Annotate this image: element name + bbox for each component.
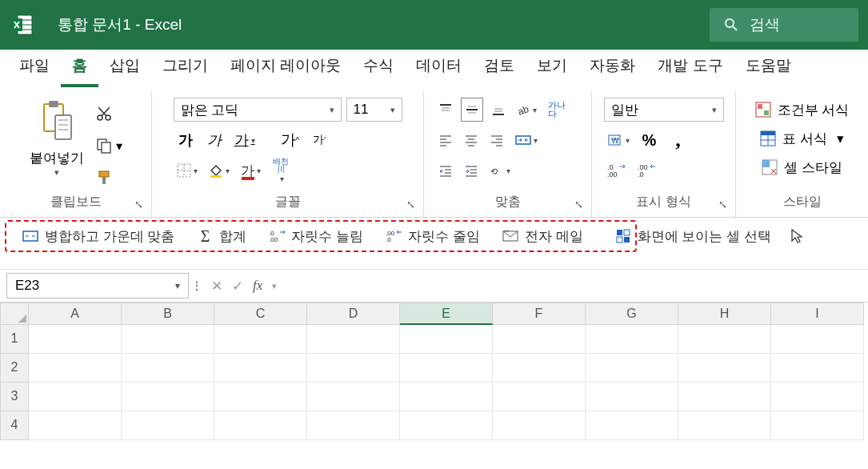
accept-formula-button[interactable]: ✓: [232, 278, 243, 295]
align-bottom-button[interactable]: [488, 98, 509, 122]
cell[interactable]: [771, 383, 864, 411]
row-header-1[interactable]: 1: [0, 325, 29, 354]
cell[interactable]: [400, 325, 493, 354]
cell[interactable]: [586, 354, 678, 383]
cell[interactable]: [771, 325, 864, 354]
decrease-decimal-button[interactable]: .00.0: [634, 158, 660, 182]
italic-button[interactable]: 가: [202, 128, 226, 152]
font-name-combo[interactable]: 맑은 고딕▾: [174, 98, 342, 122]
cell[interactable]: [307, 411, 400, 440]
tab-view[interactable]: 보기: [526, 47, 578, 87]
tab-formulas[interactable]: 수식: [352, 47, 405, 87]
orientation-button[interactable]: ab▾: [513, 98, 540, 122]
align-middle-button[interactable]: [461, 98, 483, 122]
increase-decimal-button[interactable]: .0.00: [604, 158, 630, 182]
paste-dropdown-icon[interactable]: ▾: [54, 167, 59, 178]
fill-color-button[interactable]: ▾: [206, 158, 233, 182]
cell[interactable]: [214, 411, 307, 440]
tab-review[interactable]: 검토: [473, 47, 526, 87]
row-header-3[interactable]: 3: [0, 383, 29, 411]
tab-page-layout[interactable]: 페이지 레이아웃: [219, 47, 352, 87]
copy-button[interactable]: ▾: [95, 135, 122, 156]
col-header-i[interactable]: I: [771, 303, 864, 325]
merge-center-button[interactable]: ▾: [512, 128, 541, 152]
qat-increase-decimal-button[interactable]: .0.00 자릿수 늘림: [258, 222, 374, 251]
increase-indent-button[interactable]: [461, 158, 482, 182]
cell[interactable]: [678, 411, 771, 440]
cell[interactable]: [307, 354, 400, 383]
comma-button[interactable]: ,: [666, 128, 690, 152]
decrease-indent-button[interactable]: [435, 158, 456, 182]
wrap-text-button[interactable]: 가나 다: [545, 98, 580, 122]
qat-select-visible-button[interactable]: 화면에 보이는 셀 선택: [604, 222, 782, 251]
align-center-button[interactable]: [461, 128, 482, 152]
cell[interactable]: [586, 411, 678, 440]
grow-font-button[interactable]: 가^: [278, 128, 303, 152]
cell[interactable]: [400, 354, 493, 383]
cell[interactable]: [771, 354, 864, 383]
cell[interactable]: [307, 325, 400, 354]
select-all-button[interactable]: [0, 303, 29, 325]
cell[interactable]: [678, 383, 771, 411]
search-box[interactable]: 검색: [710, 8, 858, 42]
accounting-format-button[interactable]: ₩ ▾: [604, 128, 633, 152]
col-header-c[interactable]: C: [214, 303, 307, 325]
cell[interactable]: [493, 325, 586, 354]
number-format-combo[interactable]: 일반▾: [604, 98, 724, 122]
tab-help[interactable]: 도움말: [734, 47, 802, 87]
cell-styles-button[interactable]: 셀 스타일: [752, 155, 853, 179]
cell[interactable]: [29, 325, 122, 354]
cell[interactable]: [493, 411, 586, 440]
row-header-2[interactable]: 2: [0, 354, 29, 383]
font-dialog-launcher-icon[interactable]: ⤡: [406, 198, 415, 210]
tab-file[interactable]: 파일: [8, 47, 61, 87]
font-size-combo[interactable]: 11▾: [346, 98, 402, 122]
cell[interactable]: [493, 383, 586, 411]
tab-draw[interactable]: 그리기: [151, 47, 219, 87]
cell[interactable]: [493, 354, 586, 383]
number-dialog-launcher-icon[interactable]: ⤡: [718, 198, 727, 210]
cancel-formula-button[interactable]: ✕: [211, 278, 222, 295]
col-header-e[interactable]: E: [400, 303, 493, 325]
cell[interactable]: [771, 411, 864, 440]
col-header-a[interactable]: A: [29, 303, 122, 325]
align-left-button[interactable]: [435, 128, 456, 152]
cell[interactable]: [214, 383, 307, 411]
qat-sum-button[interactable]: Σ 합계: [186, 222, 258, 251]
borders-button[interactable]: ▾: [174, 158, 201, 182]
tab-developer[interactable]: 개발 도구: [646, 47, 734, 87]
tab-home[interactable]: 홈: [61, 47, 98, 87]
paste-button[interactable]: [37, 98, 77, 144]
align-dialog-launcher-icon[interactable]: ⤡: [574, 198, 583, 210]
percent-button[interactable]: %: [638, 128, 662, 152]
cell[interactable]: [586, 383, 678, 411]
cell[interactable]: [214, 354, 307, 383]
chevron-down-icon[interactable]: ▾: [272, 281, 277, 291]
cell[interactable]: [586, 325, 678, 354]
row-header-4[interactable]: 4: [0, 411, 29, 440]
cell[interactable]: [122, 325, 214, 354]
col-header-f[interactable]: F: [493, 303, 586, 325]
cell[interactable]: [678, 325, 771, 354]
insert-function-button[interactable]: fx: [253, 278, 262, 294]
col-header-d[interactable]: D: [307, 303, 400, 325]
format-painter-button[interactable]: [95, 167, 122, 188]
clipboard-dialog-launcher-icon[interactable]: ⤡: [134, 198, 143, 210]
cell[interactable]: [400, 383, 493, 411]
qat-merge-center-button[interactable]: 병합하고 가운데 맞춤: [11, 222, 186, 251]
cell[interactable]: [214, 325, 307, 354]
cell[interactable]: [122, 383, 214, 411]
font-color-button[interactable]: 가 ▾: [238, 158, 264, 182]
underline-button[interactable]: 가▾: [231, 128, 258, 152]
cell[interactable]: [29, 383, 122, 411]
cell[interactable]: [29, 354, 122, 383]
tab-automate[interactable]: 자동화: [578, 47, 646, 87]
qat-decrease-decimal-button[interactable]: .00.0 자릿수 줄임: [374, 222, 491, 251]
tab-data[interactable]: 데이터: [405, 47, 473, 87]
col-header-h[interactable]: H: [678, 303, 771, 325]
shrink-font-button[interactable]: 가ˇ: [307, 128, 331, 152]
align-right-button[interactable]: [486, 128, 507, 152]
cell[interactable]: [122, 354, 214, 383]
qat-cursor-button[interactable]: [782, 222, 811, 251]
cell[interactable]: [29, 411, 122, 440]
